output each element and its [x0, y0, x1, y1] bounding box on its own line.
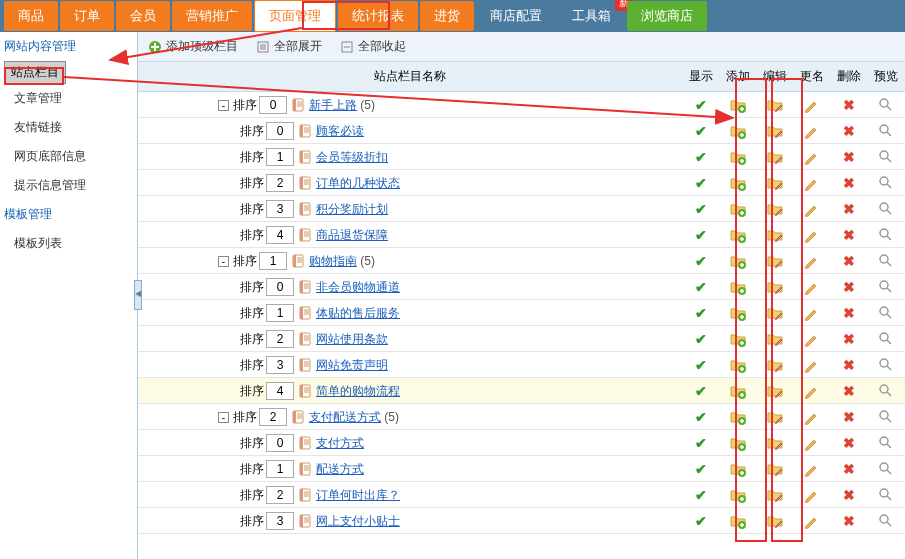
show-toggle[interactable]: ✔ — [693, 357, 709, 373]
edit-button[interactable] — [767, 175, 783, 191]
show-toggle[interactable]: ✔ — [693, 201, 709, 217]
category-link[interactable]: 网站免责声明 — [316, 358, 388, 372]
category-link[interactable]: 网上支付小贴士 — [316, 514, 400, 528]
sort-input[interactable] — [266, 330, 294, 348]
rename-button[interactable] — [804, 487, 820, 503]
nav-tab-0[interactable]: 商品 — [4, 1, 58, 31]
edit-button[interactable] — [767, 409, 783, 425]
category-link[interactable]: 简单的购物流程 — [316, 384, 400, 398]
edit-button[interactable] — [767, 253, 783, 269]
preview-button[interactable] — [878, 149, 894, 165]
sort-input[interactable] — [266, 486, 294, 504]
preview-button[interactable] — [878, 201, 894, 217]
rename-button[interactable] — [804, 123, 820, 139]
edit-button[interactable] — [767, 149, 783, 165]
sort-input[interactable] — [266, 382, 294, 400]
show-toggle[interactable]: ✔ — [693, 149, 709, 165]
rename-button[interactable] — [804, 435, 820, 451]
category-link[interactable]: 非会员购物通道 — [316, 280, 400, 294]
expand-toggle[interactable]: - — [218, 256, 229, 267]
nav-tab-5[interactable]: 统计报表 — [338, 1, 418, 31]
sidebar-item-0-2[interactable]: 友情链接 — [0, 113, 137, 142]
expand-toggle[interactable]: - — [218, 412, 229, 423]
show-toggle[interactable]: ✔ — [693, 227, 709, 243]
delete-button[interactable]: ✖ — [841, 97, 857, 113]
sort-input[interactable] — [266, 122, 294, 140]
add-child-button[interactable] — [730, 201, 746, 217]
edit-button[interactable] — [767, 331, 783, 347]
sidebar-item-1-0[interactable]: 模板列表 — [0, 229, 137, 258]
preview-button[interactable] — [878, 435, 894, 451]
sort-input[interactable] — [266, 226, 294, 244]
rename-button[interactable] — [804, 279, 820, 295]
sidebar-item-0-0[interactable]: 站点栏目 — [4, 61, 66, 84]
delete-button[interactable]: ✖ — [841, 123, 857, 139]
rename-button[interactable] — [804, 305, 820, 321]
edit-button[interactable] — [767, 435, 783, 451]
preview-button[interactable] — [878, 305, 894, 321]
show-toggle[interactable]: ✔ — [693, 305, 709, 321]
sort-input[interactable] — [266, 304, 294, 322]
show-toggle[interactable]: ✔ — [693, 435, 709, 451]
sort-input[interactable] — [266, 278, 294, 296]
preview-button[interactable] — [878, 331, 894, 347]
category-link[interactable]: 订单何时出库？ — [316, 488, 400, 502]
sort-input[interactable] — [266, 356, 294, 374]
delete-button[interactable]: ✖ — [841, 201, 857, 217]
sort-input[interactable] — [266, 460, 294, 478]
category-link[interactable]: 积分奖励计划 — [316, 202, 388, 216]
delete-button[interactable]: ✖ — [841, 435, 857, 451]
edit-button[interactable] — [767, 487, 783, 503]
delete-button[interactable]: ✖ — [841, 513, 857, 529]
show-toggle[interactable]: ✔ — [693, 513, 709, 529]
sidebar-section-0[interactable]: 网站内容管理 — [0, 32, 137, 61]
add-child-button[interactable] — [730, 461, 746, 477]
sidebar-section-1[interactable]: 模板管理 — [0, 200, 137, 229]
add-child-button[interactable] — [730, 149, 746, 165]
delete-button[interactable]: ✖ — [841, 175, 857, 191]
add-child-button[interactable] — [730, 253, 746, 269]
rename-button[interactable] — [804, 97, 820, 113]
sort-input[interactable] — [259, 408, 287, 426]
rename-button[interactable] — [804, 149, 820, 165]
category-link[interactable]: 新手上路 — [309, 98, 357, 112]
add-child-button[interactable] — [730, 305, 746, 321]
collapse-all-button[interactable]: 全部收起 — [340, 38, 406, 55]
category-link[interactable]: 网站使用条款 — [316, 332, 388, 346]
show-toggle[interactable]: ✔ — [693, 383, 709, 399]
add-child-button[interactable] — [730, 435, 746, 451]
sidebar-item-0-1[interactable]: 文章管理 — [0, 84, 137, 113]
preview-button[interactable] — [878, 97, 894, 113]
nav-tab-4[interactable]: 页面管理 — [254, 0, 336, 32]
add-child-button[interactable] — [730, 97, 746, 113]
show-toggle[interactable]: ✔ — [693, 487, 709, 503]
rename-button[interactable] — [804, 461, 820, 477]
edit-button[interactable] — [767, 201, 783, 217]
sort-input[interactable] — [266, 148, 294, 166]
edit-button[interactable] — [767, 279, 783, 295]
category-link[interactable]: 商品退货保障 — [316, 228, 388, 242]
preview-button[interactable] — [878, 357, 894, 373]
delete-button[interactable]: ✖ — [841, 409, 857, 425]
preview-button[interactable] — [878, 487, 894, 503]
nav-tab-6[interactable]: 进货 — [420, 1, 474, 31]
preview-button[interactable] — [878, 461, 894, 477]
category-link[interactable]: 订单的几种状态 — [316, 176, 400, 190]
delete-button[interactable]: ✖ — [841, 487, 857, 503]
nav-right-0[interactable]: 商店配置 — [476, 1, 556, 31]
preview-button[interactable] — [878, 123, 894, 139]
sort-input[interactable] — [266, 174, 294, 192]
delete-button[interactable]: ✖ — [841, 461, 857, 477]
category-link[interactable]: 会员等级折扣 — [316, 150, 388, 164]
delete-button[interactable]: ✖ — [841, 331, 857, 347]
show-toggle[interactable]: ✔ — [693, 279, 709, 295]
preview-button[interactable] — [878, 383, 894, 399]
delete-button[interactable]: ✖ — [841, 227, 857, 243]
nav-right-1[interactable]: 工具箱新 — [558, 1, 625, 31]
sort-input[interactable] — [266, 434, 294, 452]
show-toggle[interactable]: ✔ — [693, 409, 709, 425]
expand-all-button[interactable]: 全部展开 — [256, 38, 322, 55]
category-link[interactable]: 配送方式 — [316, 462, 364, 476]
add-child-button[interactable] — [730, 227, 746, 243]
delete-button[interactable]: ✖ — [841, 357, 857, 373]
